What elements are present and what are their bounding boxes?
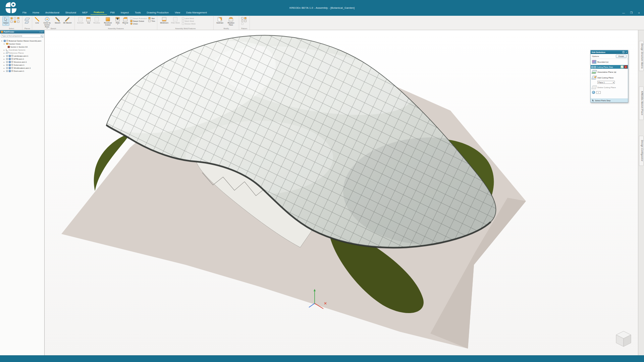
plane-icon[interactable] (24, 18, 30, 20)
chevron-down-icon[interactable]: ▾ (41, 31, 42, 33)
finish-button[interactable]: Finish (616, 55, 627, 58)
close-icon[interactable]: × (626, 51, 627, 54)
expand-arrow-icon[interactable]: ▸ (4, 55, 5, 57)
label-weld-button[interactable]: Label Weld (182, 17, 196, 19)
pin-icon[interactable]: ▪ (40, 31, 40, 33)
cut-button[interactable]: Cut (85, 16, 92, 24)
close-icon[interactable]: × (42, 31, 43, 33)
tree-item-doors[interactable]: ▸ Doors.asm:1 (1, 69, 44, 72)
tree-item-etfe[interactable]: ▸ ETFE.asm:1 (1, 57, 44, 60)
menu-home[interactable]: Home (30, 10, 42, 15)
tree-item-windbreakers[interactable]: ▸ Windbreakers.asm:1 (1, 66, 44, 69)
visibility-icon[interactable] (6, 55, 8, 57)
select-tool-icon[interactable] (17, 17, 19, 19)
help-icon[interactable]: ? (622, 51, 625, 53)
visibility-icon[interactable] (6, 70, 8, 72)
expand-arrow-icon[interactable]: ▸ (4, 70, 5, 72)
replace-face-button[interactable]: Replace Face (225, 16, 237, 26)
sketch-button[interactable]: Sketch (54, 16, 61, 24)
swept-protrusion-button[interactable]: Swept Protrusion (130, 17, 147, 19)
menu-tools[interactable]: Tools (132, 10, 144, 15)
round-button[interactable]: Round ▾ (121, 16, 129, 26)
plane-icon[interactable] (25, 21, 29, 23)
fillet-weld-button[interactable]: Fillet Weld (170, 16, 181, 24)
pattern-tool-button[interactable] (241, 20, 247, 22)
union-button[interactable]: Union (130, 22, 147, 25)
tree-item-section-1[interactable]: Section 1 Section AA (1, 45, 44, 48)
select-parts-step-row[interactable]: Select Parts Step (591, 99, 628, 102)
revolved-cutout-button[interactable]: Revolved Cutout (102, 16, 114, 26)
select-tool-icon[interactable] (10, 17, 13, 19)
tab-design-structure-matrix[interactable]: Design Structure Matrix (639, 41, 644, 71)
visibility-icon[interactable] (6, 58, 8, 60)
hole-button[interactable]: Hole ▾ (114, 16, 121, 26)
expand-arrow-icon[interactable]: ▸ (4, 49, 5, 51)
select-button[interactable]: Select ▾ (2, 16, 9, 26)
extrude-button[interactable]: Extrude (76, 16, 85, 24)
cutting-plane-step-row[interactable]: Cutting Plane Step ✓ × (591, 65, 628, 69)
tab-design-configurator[interactable]: Design Configurator (639, 136, 644, 166)
menu-view[interactable]: View (172, 10, 183, 15)
menu-drawing-production[interactable]: Drawing Production (144, 10, 171, 15)
associative-plane-row[interactable]: Associative Plane (a) (591, 69, 628, 75)
select-tool-icon[interactable] (14, 17, 16, 19)
cancel-button[interactable]: × (624, 65, 627, 68)
expand-arrow-icon[interactable]: ▸ (4, 52, 5, 54)
visibility-icon[interactable] (6, 67, 8, 69)
accept-button[interactable]: ✓ (621, 65, 624, 68)
menu-structural[interactable]: Structural (62, 10, 79, 15)
menu-inspect[interactable]: Inspect (118, 10, 132, 15)
groove-weld-button[interactable]: Groove Weld (182, 22, 196, 25)
expand-arrow-icon[interactable]: ▸ (4, 67, 5, 69)
expand-arrow-icon[interactable]: ▾ (1, 40, 3, 42)
edit-definition-header[interactable]: Edit Definition ? × (591, 50, 628, 54)
tree-item-section-views[interactable]: ▾ Section Views (1, 42, 44, 45)
restore-button[interactable]: ❐ (630, 11, 633, 14)
delete-cutting-plane-row[interactable]: Delete Cutting Plane (591, 84, 628, 90)
pattern-tool-button[interactable] (241, 17, 247, 19)
view-cube[interactable] (616, 331, 631, 347)
expand-arrow-icon[interactable]: ▸ (4, 64, 5, 66)
menu-features[interactable]: Features (91, 10, 107, 15)
close-button[interactable]: × (637, 11, 641, 14)
select-tool-icon[interactable] (14, 20, 16, 23)
pattern-tool-button[interactable] (241, 22, 247, 25)
expand-arrow-icon[interactable]: ▸ (4, 61, 5, 63)
tree-item-reference-planes[interactable]: ▸ Reference Planes (1, 51, 44, 54)
options-button[interactable]: Options (592, 55, 599, 57)
slot-button[interactable]: Slot (148, 17, 155, 19)
weldment-button[interactable]: Weldment (159, 16, 169, 24)
expand-arrow-icon[interactable]: ▾ (4, 43, 5, 45)
tree-item-gutter[interactable]: ▸ Gutter.asm:1 (1, 63, 44, 66)
select-tool-icon[interactable] (10, 20, 13, 23)
menu-pmi[interactable]: PMI (107, 10, 117, 15)
minimize-button[interactable]: — (622, 11, 625, 14)
trim-button[interactable]: Trim (148, 20, 155, 22)
menu-data-management[interactable]: Data Management (183, 10, 210, 15)
add-cutting-plane-row[interactable]: Add Cutting Plane (591, 75, 628, 80)
search-input[interactable] (2, 35, 41, 37)
visibility-icon[interactable] (6, 61, 8, 63)
tab-kreodx-market-place[interactable]: KREODx Market Place (639, 86, 644, 120)
tree-item-structure[interactable]: ▸ Structure.asm:1 (1, 60, 44, 63)
line-button[interactable]: Line (34, 16, 40, 24)
menu-architectural[interactable]: Architectural (42, 10, 62, 15)
swept-cutout-button[interactable]: Swept Cutout (130, 20, 147, 22)
menu-mep[interactable]: MEP (79, 10, 91, 15)
plane-select-dropdown[interactable]: Plane 1 ▾ (597, 81, 615, 84)
tree-item-landscape[interactable]: ▸ Landscape.asm:1 (1, 54, 44, 57)
bounded-row[interactable]: Bounded (o) (591, 59, 628, 65)
display-option-dropdown[interactable]: ▾ (596, 91, 601, 94)
revolve-button[interactable]: Revolve (92, 16, 101, 24)
tree-item-root[interactable]: ▾ Botanical Garden Master Assembly.asm (1, 39, 44, 42)
visibility-icon[interactable] (6, 64, 8, 66)
select-tool-icon[interactable] (17, 20, 19, 23)
sphere-display-icon[interactable] (592, 91, 595, 94)
menu-file[interactable]: File (19, 10, 30, 15)
tree-item-coordinate-systems[interactable]: ▸ Coordinate Systems (1, 48, 44, 51)
stitch-weld-button[interactable]: Stitch Weld (182, 20, 196, 22)
expand-arrow-icon[interactable]: ▸ (4, 58, 5, 60)
3d-viewport[interactable]: Edit Definition ? × Options Finish Bound… (45, 30, 638, 355)
3d-sketch-button[interactable]: 3D Sketch (62, 16, 72, 24)
subtract-button[interactable]: Subtract (215, 16, 224, 24)
